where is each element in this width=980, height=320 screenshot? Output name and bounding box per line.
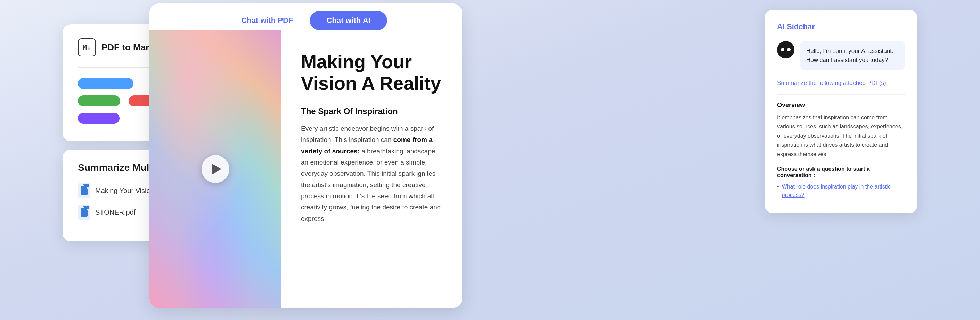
pill-purple-2 (78, 113, 119, 124)
lumi-eye-left (781, 48, 784, 51)
pdf-filename-2: STONER.pdf (95, 208, 135, 216)
play-triangle-icon (212, 163, 221, 174)
pdf-image-section (150, 30, 282, 308)
pdf-text-section: Making Your Vision A Reality The Spark O… (282, 30, 462, 308)
scene: M↓ PDF to Markdown Summarize Multiple (0, 0, 980, 320)
pdf-file-icon-2 (78, 205, 91, 220)
tab-chat-with-pdf[interactable]: Chat with PDF (224, 11, 310, 30)
lumi-greeting-text: Hello, I'm Lumi, your AI assistant. How … (806, 48, 894, 63)
user-prompt-text: Summarize the following attached PDF(s). (777, 80, 905, 86)
pdf-section-title: The Spark Of Inspiration (301, 106, 443, 116)
pdf-viewer-card: Chat with PDF Chat with AI Making Your V… (150, 3, 462, 308)
ai-divider (777, 94, 905, 94)
ai-suggestion-item: • What role does inspiration play in the… (777, 182, 905, 199)
lumi-avatar (777, 41, 794, 58)
lumi-eyes (781, 48, 791, 51)
play-button[interactable] (202, 155, 229, 183)
pdf-main-title: Making Your Vision A Reality (301, 51, 443, 94)
pdf-viewer-content: Making Your Vision A Reality The Spark O… (150, 30, 462, 308)
pill-green-1 (78, 95, 120, 106)
ai-response-title: Overview (777, 102, 905, 109)
pdf-body-text: Every artistic endeavor begins with a sp… (301, 123, 443, 224)
tab-chat-with-ai[interactable]: Chat with AI (310, 11, 387, 30)
ai-suggestion-link[interactable]: What role does inspiration play in the a… (782, 182, 905, 199)
bullet-dot: • (777, 183, 779, 190)
ai-sidebar-card: AI Sidebar Hello, I'm Lumi, your AI assi… (765, 10, 918, 213)
pdf-viewer-tabs: Chat with PDF Chat with AI (150, 3, 462, 30)
ai-message-row: Hello, I'm Lumi, your AI assistant. How … (777, 41, 905, 70)
ai-cta-text: Choose or ask a question to start a conv… (777, 166, 905, 178)
pdf-file-icon-1 (78, 183, 91, 198)
markdown-icon: M↓ (78, 38, 96, 56)
lumi-eye-right (787, 48, 791, 51)
lumi-greeting-bubble: Hello, I'm Lumi, your AI assistant. How … (800, 41, 905, 70)
ai-sidebar-title: AI Sidebar (777, 22, 905, 31)
ai-response-text: It emphasizes that inspiration can come … (777, 113, 905, 159)
pill-blue-1 (78, 78, 134, 89)
